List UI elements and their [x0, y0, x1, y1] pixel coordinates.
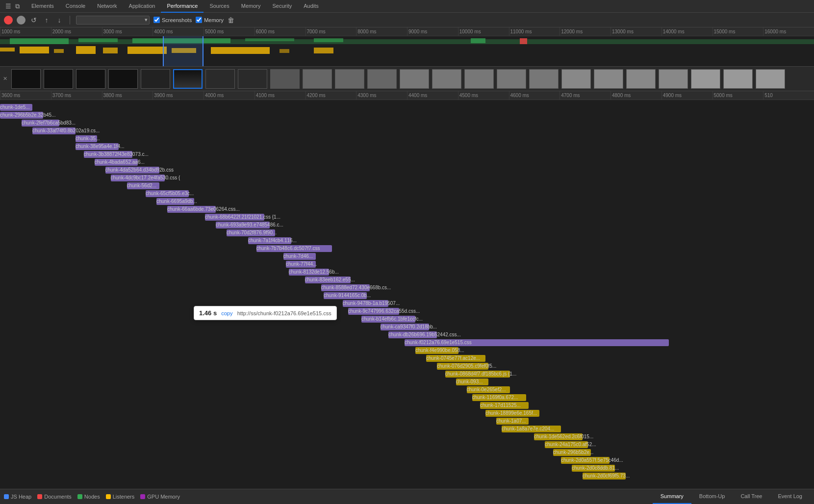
tab-performance[interactable]: Performance	[161, 0, 204, 13]
clear-button[interactable]: ↑	[42, 16, 51, 25]
tab-console[interactable]: Console	[60, 0, 91, 13]
screenshot-thumb[interactable]	[464, 69, 494, 89]
screenshot-thumb[interactable]	[205, 69, 235, 89]
wf-row[interactable]: chunk-8588ed72.430e668b.cs...	[0, 284, 814, 291]
wf-row[interactable]: chunk-65cf5b05.e3c...	[0, 190, 814, 197]
screenshot-thumb[interactable]	[303, 69, 332, 89]
wf-row[interactable]: chunk-1169f0a.672...	[0, 394, 814, 401]
screenshot-thumb[interactable]	[238, 69, 267, 89]
screenshot-thumb[interactable]	[11, 69, 41, 89]
wf-row[interactable]: chunk-70d2f876.9f90...	[0, 229, 814, 236]
wf-row[interactable]: chunk-1de562ed.2c6f015...	[0, 433, 814, 440]
wf-row[interactable]: chunk-2d0cf69f5.73...	[0, 473, 814, 479]
screenshot-thumb[interactable]	[44, 69, 73, 89]
waterfall-scroll[interactable]: chunk-1de5...chunk-296b5b2e.32b45...chun…	[0, 100, 814, 489]
screenshot-thumb[interactable]	[529, 69, 559, 89]
responsive-icon[interactable]: ⧉	[13, 2, 22, 11]
bottom-tab-calltree[interactable]: Call Tree	[733, 489, 770, 504]
screenshot-thumb[interactable]	[173, 69, 203, 89]
wf-row[interactable]: chunk-9144165c.0b...	[0, 292, 814, 299]
wf-row[interactable]: chunk-296b5b2e...	[0, 449, 814, 456]
close-strip-icon[interactable]: ✕	[0, 76, 10, 82]
filter-input[interactable]	[76, 16, 150, 25]
screenshot-thumb[interactable]	[756, 69, 785, 89]
screenshot-thumb[interactable]	[594, 69, 623, 89]
screenshot-thumb[interactable]	[76, 69, 105, 89]
wf-row[interactable]: chunk-8132de12.56b...	[0, 269, 814, 276]
screenshot-thumb[interactable]	[367, 69, 397, 89]
tab-sources[interactable]: Sources	[204, 0, 235, 13]
wf-row[interactable]: chunk-076d2905.c9fef0f5...	[0, 363, 814, 370]
wf-row[interactable]: chunk-093...	[0, 378, 814, 385]
wf-row[interactable]: chunk-296b5b2e.32b45...	[0, 112, 814, 119]
tab-network[interactable]: Network	[91, 0, 123, 13]
wf-row[interactable]: chunk-7d46...	[0, 253, 814, 260]
wf-row[interactable]: chunk-66aa6bde.73e06264.css...	[0, 206, 814, 213]
wf-row[interactable]: chunk-4dc9bc17.2e4fa530.css {	[0, 175, 814, 181]
record-button[interactable]	[4, 16, 13, 25]
wf-row[interactable]: chunk-4bada652.aa6...	[0, 159, 814, 166]
wf-row[interactable]: chunk-2d0a557f.5e75c46d...	[0, 457, 814, 464]
wf-row[interactable]: chunk-0e265ef2...	[0, 386, 814, 393]
bottom-tab-summary[interactable]: Summary	[653, 489, 691, 504]
screenshot-thumb[interactable]	[561, 69, 591, 89]
screenshot-thumb[interactable]	[400, 69, 429, 89]
wf-row[interactable]: chunk-2d0c8ddb.81...	[0, 465, 814, 472]
screenshot-thumb[interactable]	[723, 69, 753, 89]
overview-graph[interactable]	[0, 36, 814, 67]
wf-row[interactable]: chunk-83eeb162.e55...	[0, 277, 814, 283]
download-button[interactable]: ↓	[55, 16, 64, 25]
wf-row[interactable]: chunk-9478b-1a.b19507...	[0, 300, 814, 307]
stop-button[interactable]	[17, 16, 25, 25]
screenshot-thumb[interactable]	[108, 69, 138, 89]
wf-row[interactable]: chunk-9c747996.632ca55d.css...	[0, 308, 814, 315]
wf-row[interactable]: chunk-17d11525...	[0, 402, 814, 409]
time-selection-overlay[interactable]	[163, 36, 204, 67]
wf-row[interactable]: chunk-4da52b64.d34bd92b.css	[0, 167, 814, 174]
wf-row[interactable]: chunk-db26b696.19b52442.css...	[0, 331, 814, 338]
wf-row[interactable]: chunk-f4e990be.058...	[0, 347, 814, 354]
wf-row[interactable]: chunk-ca9347f0.2d18bb...	[0, 324, 814, 330]
screenshot-thumb[interactable]	[497, 69, 526, 89]
screenshots-checkbox[interactable]: Screenshots	[153, 17, 192, 23]
wf-row[interactable]: chunk-0868d4f7.df185bc6.js {1...	[0, 371, 814, 378]
refresh-button[interactable]: ↺	[29, 16, 38, 25]
wf-row[interactable]: chunk-693a9e93.e7485486.c...	[0, 222, 814, 228]
tab-application[interactable]: Application	[123, 0, 161, 13]
wf-row[interactable]: chunk-1de5...	[0, 104, 814, 111]
tab-elements[interactable]: Elements	[25, 0, 60, 13]
wf-row[interactable]: chunk-b14efb6c.1bfe1ccfc...	[0, 316, 814, 323]
wf-row[interactable]: chunk-7b7b48c6.dc507f7.css	[0, 245, 814, 252]
wf-row[interactable]: chunk-3b38872f43e83073.c...	[0, 151, 814, 158]
wf-row[interactable]: chunk-18899e6e.165f...	[0, 410, 814, 417]
wf-row[interactable]: chunk-38e95a4e.1f4...	[0, 143, 814, 150]
screenshot-thumb[interactable]	[270, 69, 300, 89]
memory-checkbox-input[interactable]	[196, 17, 202, 23]
wf-row[interactable]: chunk-2fef7b6ca5bd83...	[0, 120, 814, 126]
memory-checkbox[interactable]: Memory	[196, 17, 224, 23]
wf-row[interactable]: chunk-1a07...	[0, 418, 814, 425]
wf-row[interactable]: chunk-1a8a7e7e.c204...	[0, 426, 814, 432]
wf-row[interactable]: chunk-35...	[0, 135, 814, 142]
screenshot-thumb[interactable]	[432, 69, 461, 89]
wf-row[interactable]: chunk-f0212a76.69e1e515.css	[0, 339, 814, 346]
wf-row[interactable]: chunk-24a175c0.af52...	[0, 441, 814, 448]
screenshot-thumb[interactable]	[141, 69, 170, 89]
screenshot-thumb[interactable]	[626, 69, 656, 89]
tab-audits[interactable]: Audits	[298, 0, 325, 13]
wf-row[interactable]: chunk-6695a9db...	[0, 198, 814, 205]
bottom-tab-bottomup[interactable]: Bottom-Up	[691, 489, 733, 504]
screenshot-thumb[interactable]	[335, 69, 364, 89]
wf-row[interactable]: chunk-33af74f0.8b202a19.cs...	[0, 127, 814, 134]
trash-button[interactable]: 🗑	[228, 16, 234, 24]
tab-security[interactable]: Security	[266, 0, 298, 13]
screenshot-thumb[interactable]	[691, 69, 720, 89]
wf-row[interactable]: chunk-7a1f4cb4.116...	[0, 237, 814, 244]
wf-row[interactable]: chunk-56d2...	[0, 182, 814, 189]
tab-memory[interactable]: Memory	[235, 0, 267, 13]
bottom-tab-eventlog[interactable]: Event Log	[770, 489, 810, 504]
screenshot-thumb[interactable]	[659, 69, 688, 89]
cursor-icon[interactable]: ☰	[4, 2, 13, 11]
screenshots-checkbox-input[interactable]	[153, 17, 160, 23]
wf-row[interactable]: chunk-0745e77f.ac12e...	[0, 355, 814, 362]
